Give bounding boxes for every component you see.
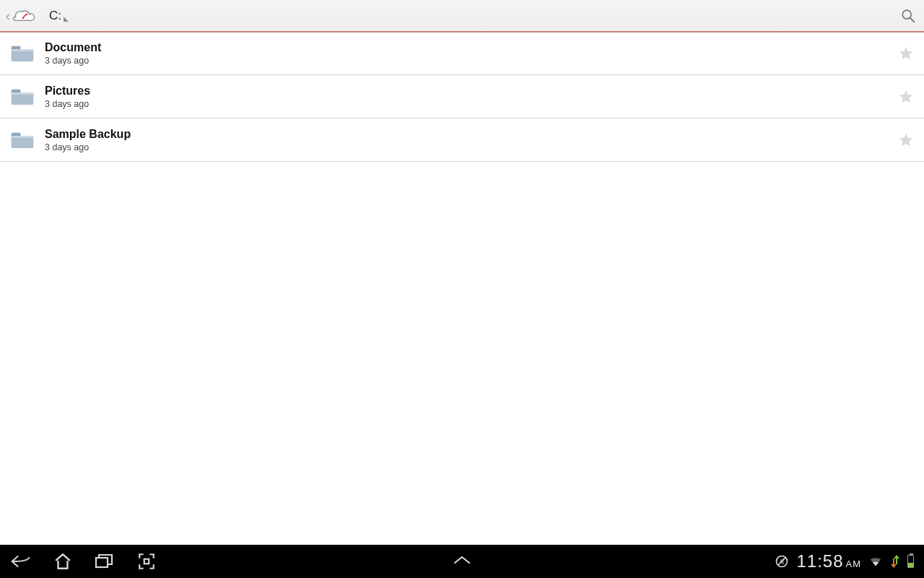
- breadcrumb[interactable]: C:: [49, 9, 69, 23]
- svg-rect-3: [12, 92, 34, 95]
- search-icon: [900, 8, 916, 24]
- search-button[interactable]: [898, 6, 918, 26]
- favorite-button[interactable]: [898, 46, 914, 61]
- app-header: ‹ C:: [0, 0, 924, 32]
- sync-icon: [890, 555, 900, 568]
- folder-name: Document: [45, 41, 101, 54]
- system-nav-bar: 11:58 AM: [0, 545, 924, 578]
- folder-timestamp: 3 days ago: [45, 56, 101, 66]
- folder-icon: [10, 131, 35, 150]
- nav-expand-button[interactable]: [453, 555, 471, 568]
- folder-list: Document 3 days ago Pictures 3 days ago …: [0, 32, 924, 162]
- favorite-button[interactable]: [898, 132, 914, 148]
- folder-timestamp: 3 days ago: [45, 142, 131, 152]
- battery-icon: [907, 555, 914, 568]
- dropdown-triangle-icon: [64, 17, 69, 22]
- nav-recent-button[interactable]: [94, 551, 116, 572]
- back-arrow-icon: [10, 553, 32, 570]
- chevron-up-icon: [453, 555, 471, 565]
- clock-time: 11:58: [796, 551, 843, 571]
- list-item[interactable]: Pictures 3 days ago: [0, 75, 924, 118]
- back-button[interactable]: ‹: [6, 8, 36, 24]
- recent-apps-icon: [95, 553, 115, 570]
- cloud-logo-icon: [12, 8, 36, 24]
- nav-back-button[interactable]: [10, 551, 32, 572]
- screenshot-icon: [137, 552, 156, 571]
- status-clock: 11:58 AM: [796, 551, 861, 571]
- home-icon: [53, 552, 72, 571]
- breadcrumb-label: C:: [49, 9, 61, 23]
- clock-ampm: AM: [846, 558, 862, 569]
- list-item-text: Document 3 days ago: [45, 41, 101, 66]
- folder-name: Sample Backup: [45, 128, 131, 141]
- mute-icon: [775, 554, 789, 569]
- svg-rect-4: [12, 136, 34, 138]
- folder-timestamp: 3 days ago: [45, 99, 90, 109]
- favorite-button[interactable]: [898, 89, 914, 105]
- svg-rect-2: [12, 49, 34, 51]
- folder-icon: [10, 87, 35, 106]
- list-item-text: Sample Backup 3 days ago: [45, 128, 131, 152]
- wifi-icon: [868, 556, 883, 567]
- chevron-left-icon: ‹: [6, 9, 10, 22]
- status-tray[interactable]: 11:58 AM: [775, 551, 914, 571]
- svg-line-1: [910, 17, 915, 22]
- list-item-text: Pictures 3 days ago: [45, 85, 90, 109]
- svg-rect-5: [96, 558, 108, 567]
- list-item[interactable]: Document 3 days ago: [0, 32, 924, 75]
- folder-name: Pictures: [45, 85, 90, 98]
- folder-icon: [10, 44, 35, 63]
- nav-screenshot-button[interactable]: [136, 551, 157, 572]
- star-icon: [898, 89, 914, 105]
- nav-home-button[interactable]: [52, 551, 74, 572]
- svg-rect-6: [144, 559, 149, 564]
- star-icon: [898, 46, 914, 61]
- list-item[interactable]: Sample Backup 3 days ago: [0, 118, 924, 162]
- star-icon: [898, 132, 914, 148]
